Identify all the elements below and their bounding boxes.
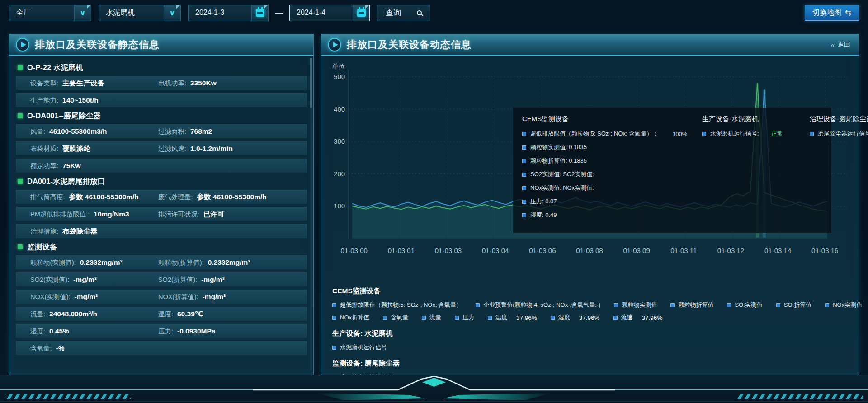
end-date-icon-box[interactable] <box>353 5 369 21</box>
tooltip-row-label: 颗粒物折算值: 0.1835 <box>530 157 587 165</box>
field-label: 温度: <box>158 310 173 319</box>
start-date-icon-box[interactable] <box>251 5 268 21</box>
legend-item[interactable]: SO:折算值 <box>776 301 811 309</box>
section-title: O-P-22 水泥磨机 <box>27 63 83 73</box>
legend-item[interactable]: 超低排放限值（颗拉物:5: SOz-; NOx; 含氧量） <box>332 301 462 309</box>
dynamic-info-panel-title: 排放口及关联设备动态信息 <box>347 38 472 52</box>
tooltip-row-label: 压力: 0.07 <box>530 197 557 206</box>
svg-text:500: 500 <box>334 73 345 80</box>
device-select-chevron-box[interactable]: ∨ <box>164 5 180 21</box>
info-row: 湿度:0.45% 压力:-0.0930MPa <box>16 324 307 338</box>
legend-marker-icon <box>670 303 675 307</box>
field-value: -mg/m³ <box>203 293 226 301</box>
legend-item-label: 含氧量 <box>391 314 408 322</box>
field-label: NOX(实测值): <box>30 293 71 301</box>
blue-square-icon <box>810 132 814 136</box>
legend-item[interactable]: 湿度37.96% <box>551 314 600 322</box>
field-label: 过滤风速: <box>158 145 186 153</box>
green-square-icon <box>18 113 23 118</box>
field-value: 10mg/Nm3 <box>94 210 129 218</box>
blue-square-icon <box>702 132 706 136</box>
chevrons-left-icon: « <box>831 41 835 49</box>
field-label: 颗粒物(实测值): <box>30 258 76 267</box>
left-panel-scrollbar[interactable] <box>310 58 312 370</box>
field-value: 46100-55300m3/h <box>49 127 107 136</box>
dynamic-info-panel-header: 排放口及关联设备动态信息 « 返回 <box>321 34 859 56</box>
legend-item-label: 企业预警值(颗粒物:4; sOz-; NOx-;含氧气量:-) <box>483 301 600 309</box>
legend-marker-icon <box>825 303 829 307</box>
section-header-dust-collector: O-DA001--磨尾除尘器 <box>18 110 307 122</box>
legend-marker-icon <box>383 316 387 320</box>
legend-item[interactable]: 压力 <box>455 314 474 322</box>
svg-text:01-03 08: 01-03 08 <box>576 247 603 254</box>
field-label: 压力: <box>158 327 173 336</box>
switch-map-button[interactable]: 切换地图 ⇆ <box>805 5 859 21</box>
green-square-icon <box>18 65 23 70</box>
end-date-picker[interactable]: 2024-1-4 <box>289 5 370 21</box>
production-legend-block: 生产设备: 水泥磨机 水泥磨机运行信号 <box>332 329 849 351</box>
device-select[interactable]: 水泥磨机 ∨ <box>99 5 181 21</box>
svg-text:400: 400 <box>334 105 345 113</box>
legend-item[interactable]: 颗粒物折算值 <box>670 301 713 309</box>
chart-legend-area: CEMS监测设备 超低排放限值（颗拉物:5: SOz-; NOx; 含氧量） 企… <box>332 286 849 386</box>
field-label: 排污许可状况: <box>158 210 199 219</box>
back-button[interactable]: « 返回 <box>831 41 850 49</box>
svg-text:01-03 00: 01-03 00 <box>341 247 368 254</box>
field-value: 0.2332mg/m³ <box>80 258 123 267</box>
static-info-panel: 排放口及关联设备静态信息 O-P-22 水泥磨机 设备类型:主要生产设备 电机功… <box>9 34 314 375</box>
legend-item-label: SO:折算值 <box>784 301 811 309</box>
info-row: 流量:24048.000m³/h 温度:60.39℃ <box>16 307 307 321</box>
start-date-picker[interactable]: 2024-1-3 <box>188 5 269 21</box>
legend-item[interactable]: 水泥磨机运行信号 <box>332 343 387 351</box>
legend-item-label: 水泥磨机运行信号 <box>340 343 387 351</box>
info-row: 含氧量:-% <box>16 341 307 355</box>
legend-item-label: NOx实测值 <box>833 301 862 309</box>
legend-item[interactable]: SO:实测值 <box>727 301 762 309</box>
top-filter-bar: 全厂 ∨ 水泥磨机 ∨ 2024-1-3 — 2024-1-4 查询 切换地图 … <box>9 4 859 22</box>
blue-square-icon <box>522 213 526 217</box>
scrollbar-thumb[interactable] <box>310 58 312 108</box>
legend-marker-icon <box>332 303 336 307</box>
legend-item[interactable]: NOx实测值 <box>825 301 862 309</box>
field-value: 60.39℃ <box>177 310 203 318</box>
legend-item[interactable]: 温度37.96% <box>488 314 537 322</box>
field-value: -mg/m³ <box>75 293 98 301</box>
legend-item[interactable]: NOx折算值 <box>332 314 369 322</box>
legend-marker-icon <box>613 316 618 320</box>
legend-item[interactable]: 流速37.96% <box>613 314 663 322</box>
static-info-panel-title: 排放口及关联设备静态信息 <box>35 38 160 52</box>
legend-item-label: SO:实测值 <box>735 301 762 309</box>
legend-item-label: 温度 <box>495 314 507 322</box>
field-value: -mg/m³ <box>73 276 97 284</box>
svg-text:200: 200 <box>334 170 345 178</box>
calendar-icon <box>256 9 264 17</box>
field-label: 过滤面积: <box>158 127 186 136</box>
legend-item-label: 流速 <box>621 314 633 322</box>
field-value: 0.2332mg/m³ <box>208 258 250 267</box>
plant-select[interactable]: 全厂 ∨ <box>9 5 91 21</box>
info-row: NOX(实测值):-mg/m³ NOX(折算值):-mg/m³ <box>16 290 307 304</box>
blue-square-icon <box>522 173 526 177</box>
play-badge-icon <box>328 38 341 52</box>
query-button-label: 查询 <box>386 8 401 18</box>
field-label: PM超低排排放限值:: <box>30 210 90 219</box>
info-row: PM超低排排放限值::10mg/Nm3 排污许可状况:已许可 <box>16 207 307 221</box>
legend-item[interactable]: 流量 <box>422 314 441 322</box>
legend-item[interactable]: 含氧量 <box>383 314 408 322</box>
static-info-panel-header: 排放口及关联设备静态信息 <box>9 34 313 56</box>
chart-tooltip: CEMS监测设备 超低排放限值（颗拉物:5: SOz-; NOx; 含氧量）：1… <box>513 108 831 233</box>
legend-item[interactable]: 颗粒物实测值 <box>614 301 657 309</box>
blue-square-icon <box>522 145 526 150</box>
legend-group-title: 生产设备: 水泥磨机 <box>332 329 849 338</box>
field-label: 治理措施: <box>30 227 58 236</box>
field-label: 废气处理量: <box>158 193 193 202</box>
field-value: 0.45% <box>49 327 69 335</box>
field-value: -% <box>56 344 65 352</box>
legend-marker-icon <box>614 303 618 307</box>
legend-item[interactable]: 企业预警值(颗粒物:4; sOz-; NOx-;含氧气量:-) <box>476 301 600 309</box>
query-button[interactable]: 查询 <box>377 5 430 21</box>
plant-select-chevron-box[interactable]: ∨ <box>74 5 91 21</box>
tooltip-row-label: NOx实测值: NOx实测值: <box>530 184 594 192</box>
svg-text:01-03 12: 01-03 12 <box>717 247 744 254</box>
info-row: 生产能力:140~150t/h <box>16 93 307 107</box>
